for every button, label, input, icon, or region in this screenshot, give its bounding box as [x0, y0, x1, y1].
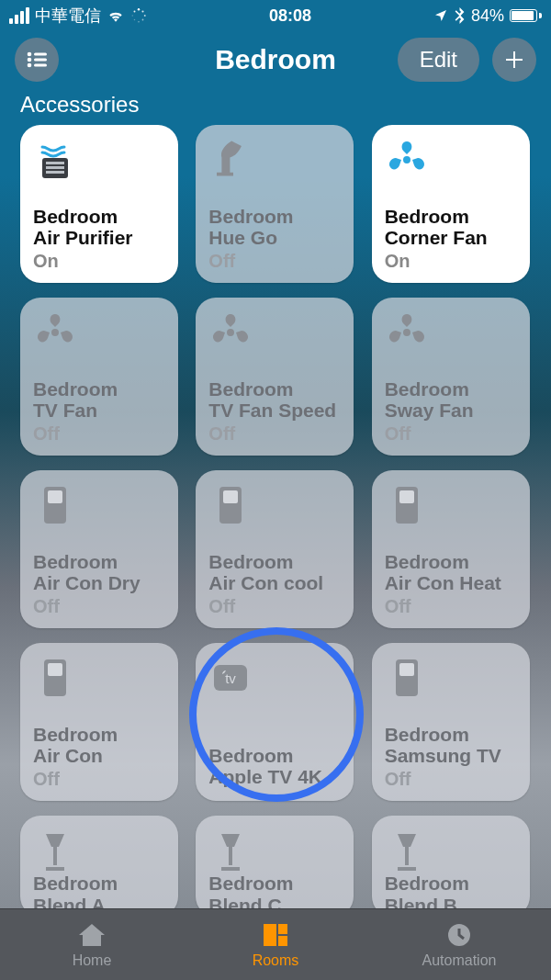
tile-state: Off — [385, 769, 517, 790]
tile-room: Bedroom — [33, 551, 165, 573]
accessory-tile[interactable]: Bedroom Blend A — [20, 816, 178, 917]
tile-state: Off — [208, 251, 341, 272]
status-left: 中華電信 — [9, 5, 147, 27]
accessory-tile[interactable]: Bedroom Air Con cool Off — [196, 470, 354, 628]
accessory-tile[interactable]: Bedroom Air Con Dry Off — [20, 470, 178, 628]
edit-button[interactable]: Edit — [398, 38, 479, 82]
tile-name: Sway Fan — [385, 400, 517, 422]
tab-rooms[interactable]: Rooms — [185, 921, 366, 969]
tile-name: Air Con Heat — [385, 572, 517, 594]
accessory-tile[interactable]: Bedroom Blend B — [372, 816, 530, 917]
tile-room: Bedroom — [385, 873, 517, 895]
appletv-icon — [208, 656, 253, 700]
accessory-tile[interactable]: Bedroom Apple TV 4K — [196, 643, 354, 801]
bluetooth-icon — [454, 7, 466, 24]
carrier-label: 中華電信 — [35, 5, 101, 27]
floorlamp-icon — [385, 828, 429, 873]
automation-icon — [444, 921, 475, 949]
switch-icon — [385, 483, 429, 527]
tile-room: Bedroom — [385, 378, 517, 400]
status-bar: 中華電信 08:08 84% — [0, 0, 551, 31]
svg-point-3 — [142, 19, 144, 21]
tile-room: Bedroom — [385, 206, 517, 228]
svg-rect-13 — [34, 64, 47, 67]
tile-room: Bedroom — [385, 724, 517, 746]
svg-rect-16 — [278, 936, 287, 946]
tab-home[interactable]: Home — [1, 921, 183, 969]
tile-room: Bedroom — [33, 724, 165, 746]
tile-name: Air Purifier — [33, 227, 165, 249]
tile-room: Bedroom — [385, 551, 517, 573]
accessory-tile[interactable]: Bedroom Samsung TV Off — [372, 643, 530, 801]
svg-rect-14 — [264, 924, 276, 946]
svg-point-1 — [141, 10, 143, 12]
svg-point-12 — [28, 63, 32, 68]
accessory-tile[interactable]: Bedroom Corner Fan On — [372, 125, 530, 283]
tile-room: Bedroom — [33, 378, 165, 400]
svg-point-4 — [138, 21, 140, 23]
accessory-tile[interactable]: Bedroom Air Purifier On — [20, 125, 178, 283]
accessory-tile[interactable]: Bedroom TV Fan Speed Off — [196, 298, 354, 456]
tab-automation[interactable]: Automation — [368, 921, 550, 969]
tile-state: Off — [208, 423, 341, 445]
accessory-tile[interactable]: Bedroom Sway Fan Off — [372, 298, 530, 456]
status-right: 84% — [433, 6, 542, 26]
tile-state: Off — [33, 596, 165, 617]
tile-room: Bedroom — [208, 745, 341, 767]
list-icon — [26, 51, 48, 69]
tile-state: On — [385, 251, 517, 272]
tile-name: Air Con — [33, 745, 165, 767]
accessory-tile[interactable]: Bedroom Air Con Off — [20, 643, 178, 801]
tile-name: Hue Go — [208, 227, 341, 249]
lamp-icon — [208, 138, 253, 182]
svg-point-10 — [28, 58, 32, 62]
switch-icon — [208, 483, 253, 527]
wifi-icon — [107, 8, 125, 23]
fan-icon — [33, 310, 77, 355]
tile-room: Bedroom — [33, 873, 165, 895]
tile-state: Off — [33, 423, 165, 445]
tile-room: Bedroom — [208, 378, 341, 400]
location-icon — [433, 8, 448, 23]
tile-name: TV Fan Speed — [208, 400, 341, 422]
tab-label: Rooms — [253, 952, 299, 969]
tab-label: Automation — [422, 952, 497, 969]
battery-icon — [510, 9, 542, 22]
tile-room: Bedroom — [33, 206, 165, 228]
svg-point-2 — [144, 15, 146, 17]
purifier-icon — [33, 138, 77, 182]
accessory-tile[interactable]: Bedroom Air Con Heat Off — [372, 470, 530, 628]
fan-icon — [385, 310, 429, 355]
plus-icon — [503, 49, 525, 71]
svg-point-5 — [134, 19, 136, 21]
cell-signal-icon — [9, 7, 29, 24]
screen: { "statusbar": { "carrier": "中華電信", "tim… — [0, 0, 551, 980]
fan-icon — [385, 138, 429, 182]
tab-label: Home — [73, 952, 112, 969]
tile-state: Off — [208, 596, 341, 617]
svg-point-7 — [134, 11, 136, 13]
switch-icon — [33, 483, 77, 527]
tile-name: Corner Fan — [385, 227, 517, 249]
nav-bar: Bedroom Edit — [0, 31, 551, 88]
accessory-tile[interactable]: Bedroom Blend C — [196, 816, 354, 917]
tile-name: TV Fan — [33, 400, 165, 422]
list-button[interactable] — [15, 38, 59, 82]
tile-name: Air Con Dry — [33, 572, 165, 594]
fan-icon — [208, 310, 253, 355]
svg-rect-11 — [34, 59, 47, 62]
tile-name: Air Con cool — [208, 572, 341, 594]
tile-room: Bedroom — [208, 206, 341, 228]
accessory-tile[interactable]: Bedroom Hue Go Off — [196, 125, 354, 283]
loading-spinner-icon — [130, 7, 147, 24]
accessory-tile[interactable]: Bedroom TV Fan Off — [20, 298, 178, 456]
svg-point-0 — [138, 8, 140, 10]
tile-state: Off — [385, 596, 517, 617]
add-button[interactable] — [492, 38, 536, 82]
svg-point-8 — [28, 52, 32, 57]
tile-state: On — [33, 251, 165, 272]
rooms-icon — [260, 921, 291, 949]
clock: 08:08 — [269, 6, 311, 26]
tab-bar: Home Rooms Automation — [0, 908, 551, 980]
tile-state: Off — [385, 423, 517, 445]
